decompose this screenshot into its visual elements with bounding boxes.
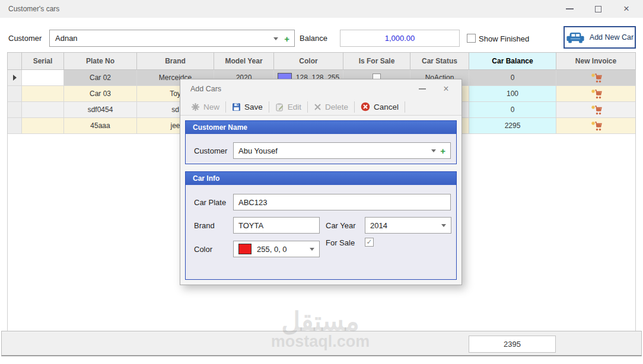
color-label: Color — [194, 245, 212, 254]
dialog-customer-label: Customer — [194, 146, 227, 155]
brand-field[interactable]: TOYTA — [233, 217, 320, 234]
new-button-label: New — [203, 103, 219, 111]
car-plate-label: Car Plate — [194, 198, 226, 207]
minimize-button[interactable] — [555, 0, 584, 18]
cancel-button[interactable]: Cancel — [355, 102, 405, 111]
car-year-label: Car Year — [326, 221, 356, 230]
dialog-title-bar: Add Cars × — [180, 79, 461, 98]
chevron-down-icon[interactable] — [273, 37, 278, 40]
add-customer-icon[interactable]: + — [440, 146, 445, 155]
delete-button[interactable]: Delete — [308, 103, 354, 111]
new-invoice-cart-icon[interactable] — [590, 73, 602, 83]
new-button[interactable]: New — [185, 103, 225, 111]
customer-label: Customer — [8, 34, 42, 43]
cancel-button-label: Cancel — [374, 103, 399, 111]
title-bar: Customer's cars × — [0, 0, 643, 18]
customer-combobox-value: Adnan — [55, 34, 78, 43]
toolbar-separator — [405, 101, 405, 113]
chevron-down-icon[interactable] — [441, 224, 446, 227]
car-info-group-header: Car Info — [186, 172, 456, 185]
dialog-toolbar: New Save Edit — [180, 98, 461, 116]
car-plate-field[interactable]: ABC123 — [233, 194, 451, 210]
balance-field[interactable]: 1,000.00 — [340, 30, 460, 47]
cell-new-invoice[interactable] — [556, 118, 635, 133]
grid-header-serial[interactable]: Serial — [22, 53, 64, 69]
add-new-car-label: Add New Car — [590, 33, 634, 41]
car-icon — [566, 31, 585, 44]
cancel-icon — [361, 102, 370, 111]
maximize-icon — [595, 6, 601, 12]
cell-car-balance[interactable]: 100 — [469, 86, 556, 101]
customer-combobox[interactable]: Adnan + — [49, 30, 295, 47]
show-finished-checkbox[interactable] — [467, 34, 476, 43]
save-button-label: Save — [244, 103, 263, 111]
close-button[interactable]: × — [612, 0, 641, 18]
for-sale-label: For Sale — [326, 238, 355, 247]
cell-plate-no[interactable]: 45aaa — [64, 118, 137, 133]
new-invoice-cart-icon[interactable] — [590, 121, 602, 131]
show-finished-label: Show Finished — [479, 34, 529, 43]
save-icon — [232, 103, 241, 111]
grid-header-row: Serial Plate No Brand Model Year Color I… — [7, 52, 636, 70]
cell-serial[interactable] — [22, 102, 64, 117]
dialog-customer-combobox[interactable]: Abu Yousef + — [233, 142, 451, 159]
cell-plate-no[interactable]: Car 03 — [64, 86, 137, 101]
grid-header-color[interactable]: Color — [274, 53, 343, 69]
window-title: Customer's cars — [8, 5, 59, 13]
dialog-close-button[interactable]: × — [434, 79, 458, 98]
new-invoice-cart-icon[interactable] — [590, 105, 602, 115]
cell-car-balance[interactable]: 0 — [469, 70, 556, 85]
grid-header-brand[interactable]: Brand — [137, 53, 214, 69]
minimize-icon — [566, 8, 574, 9]
cell-plate-no[interactable]: Car 02 — [64, 70, 137, 85]
dialog-title: Add Cars — [190, 85, 221, 93]
cell-new-invoice[interactable] — [556, 102, 635, 117]
for-sale-checkbox[interactable]: ✓ — [365, 238, 374, 247]
grid-header-car-balance[interactable]: Car Balance — [469, 53, 556, 69]
brand-label: Brand — [194, 221, 215, 230]
cell-car-balance[interactable]: 0 — [469, 102, 556, 117]
grid-header-is-for-sale[interactable]: Is For Sale — [343, 53, 410, 69]
add-cars-dialog: Add Cars × New Save — [180, 79, 462, 285]
add-new-car-button[interactable]: Add New Car — [564, 26, 636, 49]
grid-header-car-status[interactable]: Car Status — [410, 53, 469, 69]
maximize-button[interactable] — [584, 0, 612, 18]
row-indicator — [8, 70, 22, 85]
grid-header-model-year[interactable]: Model Year — [214, 53, 274, 69]
dialog-minimize-button[interactable] — [410, 79, 434, 98]
cell-serial[interactable] — [22, 118, 64, 133]
edit-button[interactable]: Edit — [269, 103, 307, 111]
grid-header-plate-no[interactable]: Plate No — [64, 53, 137, 69]
cell-plate-no[interactable]: sdf0454 — [64, 102, 137, 117]
cell-car-balance[interactable]: 2295 — [469, 118, 556, 133]
car-year-combobox[interactable]: 2014 — [365, 217, 451, 234]
chevron-down-icon[interactable] — [431, 149, 436, 152]
balance-label: Balance — [300, 34, 327, 43]
delete-button-label: Delete — [325, 103, 348, 111]
delete-icon — [314, 103, 322, 111]
edit-button-label: Edit — [288, 103, 301, 111]
car-balance-total-value: 2395 — [504, 340, 521, 349]
save-button[interactable]: Save — [226, 103, 269, 111]
color-combobox[interactable]: 255, 0, 0 — [233, 241, 320, 257]
car-year-value: 2014 — [370, 221, 387, 230]
balance-value: 1,000.00 — [385, 34, 415, 43]
cell-serial[interactable] — [22, 86, 64, 101]
grid-header-new-invoice[interactable]: New Invoice — [556, 53, 635, 69]
car-plate-value: ABC123 — [238, 198, 267, 207]
car-info-group: Car Info Car Plate ABC123 Brand TOYTA Ca… — [185, 171, 457, 280]
new-invoice-cart-icon[interactable] — [590, 89, 602, 99]
color-value: 255, 0, 0 — [257, 245, 287, 254]
cell-new-invoice[interactable] — [556, 86, 635, 101]
row-indicator — [8, 86, 22, 101]
car-balance-total-box: 2395 — [469, 336, 556, 353]
grid-header-indicator — [8, 53, 22, 69]
customer-name-group-header: Customer Name — [186, 121, 456, 134]
row-indicator — [8, 118, 22, 133]
chevron-down-icon[interactable] — [310, 248, 314, 251]
customer-name-group: Customer Name Customer Abu Yousef + — [185, 120, 457, 164]
brand-value: TOYTA — [238, 221, 263, 230]
add-customer-icon[interactable]: + — [284, 34, 289, 43]
cell-serial[interactable] — [22, 70, 64, 85]
cell-new-invoice[interactable] — [556, 70, 635, 85]
